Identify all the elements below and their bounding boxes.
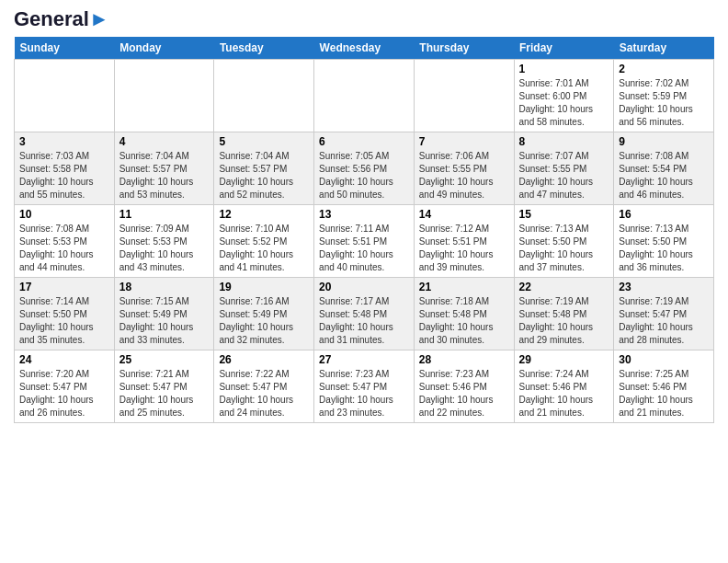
day-number: 11 xyxy=(119,208,210,221)
day-number: 25 xyxy=(119,353,210,366)
calendar-cell: 10Sunrise: 7:08 AM Sunset: 5:53 PM Dayli… xyxy=(15,205,115,278)
day-number: 17 xyxy=(19,281,109,293)
week-row-4: 17Sunrise: 7:14 AM Sunset: 5:50 PM Dayli… xyxy=(15,278,714,350)
week-row-2: 3Sunrise: 7:03 AM Sunset: 5:58 PM Daylig… xyxy=(15,132,714,205)
day-info: Sunrise: 7:23 AM Sunset: 5:47 PM Dayligh… xyxy=(319,368,409,419)
weekday-friday: Friday xyxy=(514,37,614,60)
day-number: 22 xyxy=(519,281,609,293)
main-container: General► SundayMondayTuesdayWednesdayThu… xyxy=(0,0,728,428)
calendar-cell: 21Sunrise: 7:18 AM Sunset: 5:48 PM Dayli… xyxy=(414,278,514,350)
day-number: 5 xyxy=(219,135,309,148)
day-info: Sunrise: 7:19 AM Sunset: 5:47 PM Dayligh… xyxy=(619,295,709,347)
calendar-cell xyxy=(114,60,214,132)
weekday-sunday: Sunday xyxy=(15,37,115,60)
day-number: 10 xyxy=(19,208,109,221)
calendar-cell: 16Sunrise: 7:13 AM Sunset: 5:50 PM Dayli… xyxy=(614,205,714,278)
calendar-cell: 30Sunrise: 7:25 AM Sunset: 5:46 PM Dayli… xyxy=(614,350,714,423)
day-number: 21 xyxy=(419,281,509,293)
logo-bird-icon: ► xyxy=(89,7,109,30)
calendar-cell: 9Sunrise: 7:08 AM Sunset: 5:54 PM Daylig… xyxy=(614,132,714,205)
calendar-cell: 2Sunrise: 7:02 AM Sunset: 5:59 PM Daylig… xyxy=(614,60,714,132)
day-number: 24 xyxy=(19,353,109,366)
day-info: Sunrise: 7:10 AM Sunset: 5:52 PM Dayligh… xyxy=(219,223,309,274)
calendar-cell: 12Sunrise: 7:10 AM Sunset: 5:52 PM Dayli… xyxy=(214,205,314,278)
header: General► xyxy=(14,9,714,29)
calendar-cell: 18Sunrise: 7:15 AM Sunset: 5:49 PM Dayli… xyxy=(114,278,214,350)
day-number: 7 xyxy=(419,135,509,148)
day-info: Sunrise: 7:07 AM Sunset: 5:55 PM Dayligh… xyxy=(519,150,609,201)
day-number: 8 xyxy=(519,135,609,148)
day-number: 27 xyxy=(319,353,409,366)
calendar-cell: 5Sunrise: 7:04 AM Sunset: 5:57 PM Daylig… xyxy=(214,132,314,205)
day-number: 9 xyxy=(619,135,709,148)
day-info: Sunrise: 7:16 AM Sunset: 5:49 PM Dayligh… xyxy=(219,295,309,347)
calendar-cell xyxy=(214,60,314,132)
day-info: Sunrise: 7:12 AM Sunset: 5:51 PM Dayligh… xyxy=(419,223,509,274)
day-info: Sunrise: 7:05 AM Sunset: 5:56 PM Dayligh… xyxy=(319,150,409,201)
day-number: 30 xyxy=(619,353,709,366)
calendar-cell: 25Sunrise: 7:21 AM Sunset: 5:47 PM Dayli… xyxy=(114,350,214,423)
calendar-cell: 24Sunrise: 7:20 AM Sunset: 5:47 PM Dayli… xyxy=(15,350,115,423)
day-number: 29 xyxy=(519,353,609,366)
day-info: Sunrise: 7:24 AM Sunset: 5:46 PM Dayligh… xyxy=(519,368,609,419)
logo: General► xyxy=(14,9,109,29)
day-number: 28 xyxy=(419,353,509,366)
day-number: 16 xyxy=(619,208,709,221)
week-row-1: 1Sunrise: 7:01 AM Sunset: 6:00 PM Daylig… xyxy=(15,60,714,132)
week-row-5: 24Sunrise: 7:20 AM Sunset: 5:47 PM Dayli… xyxy=(15,350,714,423)
calendar-cell: 4Sunrise: 7:04 AM Sunset: 5:57 PM Daylig… xyxy=(114,132,214,205)
calendar-body: 1Sunrise: 7:01 AM Sunset: 6:00 PM Daylig… xyxy=(15,60,714,423)
day-info: Sunrise: 7:14 AM Sunset: 5:50 PM Dayligh… xyxy=(19,295,109,347)
day-info: Sunrise: 7:08 AM Sunset: 5:54 PM Dayligh… xyxy=(619,150,709,201)
day-info: Sunrise: 7:25 AM Sunset: 5:46 PM Dayligh… xyxy=(619,368,709,419)
calendar-cell: 17Sunrise: 7:14 AM Sunset: 5:50 PM Dayli… xyxy=(15,278,115,350)
day-info: Sunrise: 7:11 AM Sunset: 5:51 PM Dayligh… xyxy=(319,223,409,274)
weekday-thursday: Thursday xyxy=(414,37,514,60)
calendar-cell: 27Sunrise: 7:23 AM Sunset: 5:47 PM Dayli… xyxy=(314,350,415,423)
calendar-cell: 15Sunrise: 7:13 AM Sunset: 5:50 PM Dayli… xyxy=(514,205,614,278)
day-info: Sunrise: 7:22 AM Sunset: 5:47 PM Dayligh… xyxy=(219,368,309,419)
calendar-cell: 19Sunrise: 7:16 AM Sunset: 5:49 PM Dayli… xyxy=(214,278,314,350)
calendar-cell xyxy=(314,60,415,132)
day-info: Sunrise: 7:20 AM Sunset: 5:47 PM Dayligh… xyxy=(19,368,109,419)
day-number: 23 xyxy=(619,281,709,293)
calendar-cell: 6Sunrise: 7:05 AM Sunset: 5:56 PM Daylig… xyxy=(314,132,415,205)
day-number: 26 xyxy=(219,353,309,366)
day-info: Sunrise: 7:21 AM Sunset: 5:47 PM Dayligh… xyxy=(119,368,210,419)
day-number: 12 xyxy=(219,208,309,221)
calendar-cell xyxy=(414,60,514,132)
calendar-table: SundayMondayTuesdayWednesdayThursdayFrid… xyxy=(14,37,714,423)
day-info: Sunrise: 7:17 AM Sunset: 5:48 PM Dayligh… xyxy=(319,295,409,347)
day-number: 14 xyxy=(419,208,509,221)
weekday-header-row: SundayMondayTuesdayWednesdayThursdayFrid… xyxy=(15,37,714,60)
day-number: 13 xyxy=(319,208,409,221)
calendar-cell: 11Sunrise: 7:09 AM Sunset: 5:53 PM Dayli… xyxy=(114,205,214,278)
day-info: Sunrise: 7:18 AM Sunset: 5:48 PM Dayligh… xyxy=(419,295,509,347)
calendar-cell: 14Sunrise: 7:12 AM Sunset: 5:51 PM Dayli… xyxy=(414,205,514,278)
day-number: 4 xyxy=(119,135,210,148)
day-info: Sunrise: 7:08 AM Sunset: 5:53 PM Dayligh… xyxy=(19,223,109,274)
day-info: Sunrise: 7:04 AM Sunset: 5:57 PM Dayligh… xyxy=(219,150,309,201)
day-info: Sunrise: 7:01 AM Sunset: 6:00 PM Dayligh… xyxy=(519,77,609,129)
day-info: Sunrise: 7:03 AM Sunset: 5:58 PM Dayligh… xyxy=(19,150,109,201)
day-info: Sunrise: 7:09 AM Sunset: 5:53 PM Dayligh… xyxy=(119,223,210,274)
day-info: Sunrise: 7:04 AM Sunset: 5:57 PM Dayligh… xyxy=(119,150,210,201)
day-number: 1 xyxy=(519,63,609,75)
day-info: Sunrise: 7:13 AM Sunset: 5:50 PM Dayligh… xyxy=(519,223,609,274)
calendar-cell: 26Sunrise: 7:22 AM Sunset: 5:47 PM Dayli… xyxy=(214,350,314,423)
day-info: Sunrise: 7:19 AM Sunset: 5:48 PM Dayligh… xyxy=(519,295,609,347)
calendar-cell xyxy=(15,60,115,132)
day-info: Sunrise: 7:06 AM Sunset: 5:55 PM Dayligh… xyxy=(419,150,509,201)
weekday-wednesday: Wednesday xyxy=(314,37,415,60)
calendar-cell: 22Sunrise: 7:19 AM Sunset: 5:48 PM Dayli… xyxy=(514,278,614,350)
logo-text-general: General xyxy=(14,7,89,30)
day-number: 18 xyxy=(119,281,210,293)
day-info: Sunrise: 7:13 AM Sunset: 5:50 PM Dayligh… xyxy=(619,223,709,274)
day-number: 15 xyxy=(519,208,609,221)
day-info: Sunrise: 7:02 AM Sunset: 5:59 PM Dayligh… xyxy=(619,77,709,129)
day-number: 2 xyxy=(619,63,709,75)
calendar-cell: 3Sunrise: 7:03 AM Sunset: 5:58 PM Daylig… xyxy=(15,132,115,205)
day-number: 6 xyxy=(319,135,409,148)
calendar-cell: 20Sunrise: 7:17 AM Sunset: 5:48 PM Dayli… xyxy=(314,278,415,350)
weekday-monday: Monday xyxy=(114,37,214,60)
